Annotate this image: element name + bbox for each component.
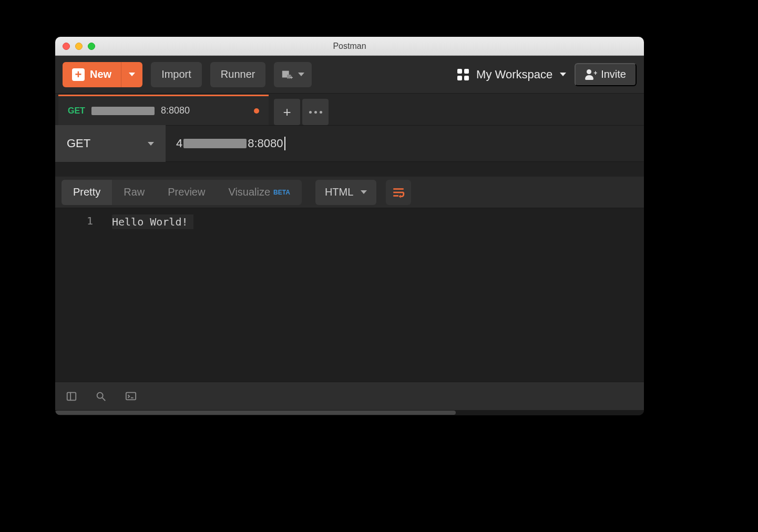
capture-button[interactable]: +: [274, 62, 312, 87]
chevron-down-icon: [361, 190, 367, 194]
ellipsis-icon: [309, 111, 322, 114]
response-line: Hello World!: [112, 214, 193, 229]
url-text-suffix: 8:8080: [248, 137, 283, 150]
text-cursor: [284, 137, 285, 150]
beta-badge: BETA: [273, 189, 290, 196]
new-tab-button[interactable]: +: [274, 99, 300, 125]
svg-text:+: +: [290, 74, 293, 80]
person-add-icon: +: [585, 69, 596, 80]
response-toolbar: Pretty Raw Preview Visualize BETA HTML: [55, 177, 644, 208]
response-body-code: Hello World!: [103, 208, 644, 382]
invite-button[interactable]: + Invite: [575, 63, 637, 86]
panel-icon: [66, 391, 77, 402]
request-builder-row: GET 4 8:8080: [55, 125, 644, 162]
capture-icon: +: [281, 69, 293, 80]
svg-rect-10: [126, 392, 136, 400]
import-button[interactable]: Import: [151, 62, 202, 87]
app-window: Postman + New Import Runner + My Workspa…: [55, 37, 644, 415]
invite-label: Invite: [601, 68, 626, 80]
request-tab-bar: GET 8:8080 +: [55, 94, 644, 125]
window-title: Postman: [55, 42, 644, 51]
request-tab[interactable]: GET 8:8080: [58, 95, 269, 125]
svg-rect-6: [67, 392, 76, 400]
find-button[interactable]: [95, 391, 107, 402]
response-view-tabs: Pretty Raw Preview Visualize BETA: [62, 180, 302, 205]
wrap-icon: [392, 186, 405, 199]
line-number-gutter: 1: [55, 208, 103, 382]
view-tab-visualize-label: Visualize: [228, 186, 270, 198]
view-tab-preview[interactable]: Preview: [156, 180, 217, 205]
new-button-group: + New: [63, 62, 142, 87]
chevron-down-icon: [148, 142, 154, 146]
status-bar: [55, 382, 644, 410]
svg-point-8: [97, 392, 103, 398]
view-tab-pretty[interactable]: Pretty: [62, 180, 112, 205]
response-format-select[interactable]: HTML: [315, 180, 376, 205]
horizontal-scrollbar[interactable]: [55, 410, 644, 415]
runner-button[interactable]: Runner: [210, 62, 266, 87]
http-method-select[interactable]: GET: [55, 125, 166, 162]
workspace-icon: [457, 69, 469, 80]
url-redacted-host: [183, 139, 247, 148]
view-tab-visualize[interactable]: Visualize BETA: [217, 180, 301, 205]
tab-method: GET: [68, 106, 85, 116]
console-icon: [125, 391, 137, 402]
new-button[interactable]: + New: [63, 62, 121, 87]
wrap-lines-button[interactable]: [386, 180, 411, 205]
main-toolbar: + New Import Runner + My Workspace + Inv…: [55, 56, 644, 94]
svg-line-9: [103, 397, 106, 401]
tab-redacted-host: [91, 107, 155, 115]
workspace-switcher[interactable]: My Workspace: [457, 68, 566, 81]
chevron-down-icon: [129, 73, 135, 76]
response-format-value: HTML: [325, 186, 353, 198]
tab-options-button[interactable]: [302, 99, 329, 125]
console-button[interactable]: [125, 391, 137, 402]
workspace-name: My Workspace: [476, 68, 552, 81]
plus-icon: +: [72, 68, 85, 81]
chevron-down-icon: [298, 73, 304, 76]
http-method-value: GET: [67, 137, 90, 150]
scrollbar-thumb[interactable]: [55, 411, 456, 415]
titlebar: Postman: [55, 37, 644, 56]
sidebar-toggle-button[interactable]: [66, 391, 77, 402]
line-number: 1: [55, 214, 93, 227]
tab-label-suffix: 8:8080: [161, 105, 190, 116]
chevron-down-icon: [560, 73, 566, 76]
url-input[interactable]: 4 8:8080: [166, 125, 644, 162]
url-text-prefix: 4: [176, 137, 182, 150]
new-dropdown-button[interactable]: [121, 62, 142, 87]
new-button-label: New: [90, 68, 111, 80]
response-body-viewer[interactable]: 1 Hello World!: [55, 208, 644, 382]
unsaved-indicator-icon: [254, 108, 259, 114]
view-tab-raw[interactable]: Raw: [112, 180, 156, 205]
search-icon: [95, 391, 107, 402]
svg-marker-5: [399, 195, 401, 198]
